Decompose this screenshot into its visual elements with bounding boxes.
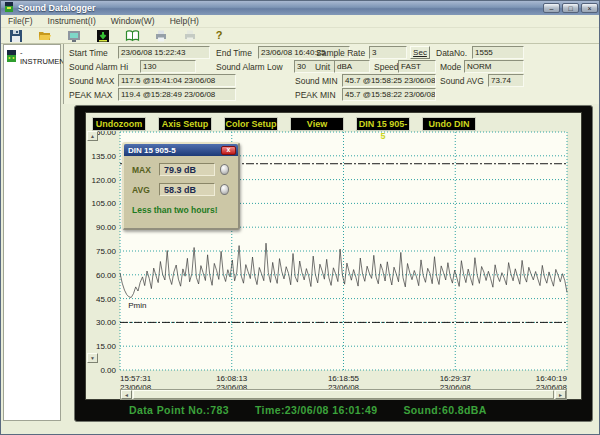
- status-sound: Sound:60.8dBA: [403, 404, 486, 416]
- app-window: Sound Datalogger – □ × File(F) Instrumen…: [0, 0, 600, 435]
- instrument-icon: [6, 50, 17, 64]
- chart-frame: Undozoom Axis Setup Color Setup View DIN…: [74, 105, 593, 422]
- window-title: Sound Datalogger: [18, 3, 543, 13]
- content-area: -INSTRUMENT Start Time 23/06/08 15:22:43…: [1, 44, 600, 435]
- svg-text:15:57:31: 15:57:31: [120, 374, 152, 383]
- menu-file[interactable]: File(F): [8, 16, 33, 26]
- sound-max-field: 117.5 @15:41:04 23/06/08: [118, 74, 236, 87]
- chart-toolbar: Undozoom Axis Setup Color Setup View DIN…: [92, 117, 476, 131]
- svg-text:75.00: 75.00: [96, 247, 117, 256]
- chart-status-bar: Data Point No.:783 Time:23/06/08 16:01:4…: [85, 404, 582, 416]
- axis-setup-button[interactable]: Axis Setup: [158, 117, 212, 131]
- help-icon[interactable]: ?: [209, 29, 229, 43]
- sample-rate-label: Sample Rate: [316, 48, 365, 58]
- din-max-indicator-led: [220, 164, 229, 175]
- svg-text:16:40:19: 16:40:19: [536, 374, 568, 383]
- x-scroll-right-button[interactable]: ►: [555, 390, 566, 399]
- din-15-905-5-button[interactable]: DIN 15 905-5: [356, 117, 410, 131]
- din-avg-indicator-led: [220, 184, 229, 195]
- mode-field: NORM: [464, 60, 524, 73]
- din-message: Less than two hours!: [132, 205, 232, 215]
- sound-alarm-hi-field: 130: [140, 60, 196, 73]
- peak-min-label: PEAK MIN: [295, 90, 336, 100]
- title-bar: Sound Datalogger – □ ×: [1, 1, 600, 15]
- start-time-field: 23/06/08 15:22:43: [118, 46, 210, 59]
- print-preview-icon[interactable]: [180, 29, 200, 43]
- x-scroll-left-button[interactable]: ◄: [121, 390, 132, 399]
- din-avg-label: AVG: [132, 185, 159, 195]
- din-dialog-title: DIN 15 905-5: [128, 146, 176, 155]
- data-no-field: 1555: [472, 46, 524, 59]
- din-dialog-titlebar[interactable]: DIN 15 905-5 x: [124, 144, 238, 156]
- chart-panel: Undozoom Axis Setup Color Setup View DIN…: [85, 112, 582, 400]
- peak-max-field: 119.4 @15:28:49 23/06/08: [118, 88, 236, 101]
- view-button[interactable]: View: [290, 117, 344, 131]
- sound-min-field: 45.7 @15:58:25 23/06/08: [342, 74, 436, 87]
- svg-text:135.00: 135.00: [92, 152, 117, 161]
- svg-text:16:18:55: 16:18:55: [328, 374, 360, 383]
- y-scroll-down-button[interactable]: ▼: [87, 353, 98, 363]
- save-icon[interactable]: [6, 29, 26, 43]
- view-book-icon[interactable]: [122, 29, 142, 43]
- svg-text:45.00: 45.00: [96, 295, 117, 304]
- x-scroll-thumb[interactable]: [133, 390, 554, 399]
- x-scrollbar: ◄ ►: [120, 389, 567, 400]
- sound-min-label: Sound MIN: [295, 76, 338, 86]
- color-setup-button[interactable]: Color Setup: [224, 117, 278, 131]
- sound-alarm-hi-label: Sound Alarm Hi: [69, 62, 128, 72]
- svg-text:16:29:37: 16:29:37: [440, 374, 472, 383]
- sound-avg-field: 73.74: [488, 74, 524, 87]
- mode-label: Mode: [440, 62, 461, 72]
- undozoom-button[interactable]: Undozoom: [92, 117, 146, 131]
- download-icon[interactable]: [93, 29, 113, 43]
- main-panel: Start Time 23/06/08 15:22:43 End Time 23…: [63, 44, 600, 435]
- minimize-button[interactable]: –: [543, 3, 560, 13]
- speed-label: Speed: [374, 62, 399, 72]
- svg-text:16:08:13: 16:08:13: [216, 374, 248, 383]
- menu-window[interactable]: Window(W): [111, 16, 155, 26]
- open-icon[interactable]: [35, 29, 55, 43]
- sidebar: -INSTRUMENT: [3, 44, 61, 421]
- menu-bar: File(F) Instrument(I) Window(W) Help(H): [1, 15, 600, 28]
- svg-text:90.00: 90.00: [96, 223, 117, 232]
- din-max-label: MAX: [132, 165, 159, 175]
- svg-text:60.00: 60.00: [96, 271, 117, 280]
- speed-field: FAST: [398, 60, 436, 73]
- status-time: Time:23/06/08 16:01:49: [255, 404, 377, 416]
- din-dialog: DIN 15 905-5 x MAX 79.9 dB AVG 58.3 dB: [122, 142, 240, 230]
- svg-text:30.00: 30.00: [96, 318, 117, 327]
- info-panel: Start Time 23/06/08 15:22:43 End Time 23…: [63, 44, 600, 104]
- end-time-label: End Time: [216, 48, 252, 58]
- sec-button[interactable]: Sec: [410, 46, 430, 59]
- app-icon: [4, 2, 14, 14]
- undo-din-button[interactable]: Undo DIN: [422, 117, 476, 131]
- menu-help[interactable]: Help(H): [170, 16, 199, 26]
- y-scroll-up-button[interactable]: ▲: [87, 131, 98, 141]
- svg-text:Pmin: Pmin: [128, 301, 146, 310]
- toolbar: ?: [1, 28, 600, 44]
- svg-text:0.00: 0.00: [100, 366, 116, 375]
- status-data-point: Data Point No.:783: [129, 404, 229, 416]
- datalogger-icon[interactable]: [64, 29, 84, 43]
- din-max-value: 79.9 dB: [159, 163, 215, 176]
- sound-avg-label: Sound AVG: [440, 76, 484, 86]
- sidebar-item-label: -INSTRUMENT: [20, 48, 69, 66]
- maximize-button[interactable]: □: [562, 3, 579, 13]
- close-button[interactable]: ×: [581, 3, 598, 13]
- din-close-button[interactable]: x: [221, 146, 236, 155]
- din-avg-row: AVG 58.3 dB: [132, 183, 232, 196]
- start-time-label: Start Time: [69, 48, 108, 58]
- print-icon[interactable]: [151, 29, 171, 43]
- peak-min-field: 45.7 @15:58:22 23/06/08: [342, 88, 436, 101]
- peak-max-label: PEAK MAX: [69, 90, 112, 100]
- sample-rate-field: 3: [369, 46, 407, 59]
- data-no-label: DataNo.: [436, 48, 467, 58]
- unit-label: Unit: [315, 62, 330, 72]
- din-max-row: MAX 79.9 dB: [132, 163, 232, 176]
- sidebar-item-instrument[interactable]: -INSTRUMENT: [4, 45, 60, 69]
- menu-instrument[interactable]: Instrument(I): [48, 16, 96, 26]
- window-controls: – □ ×: [543, 3, 598, 13]
- unit-field: dBA: [334, 60, 370, 73]
- svg-text:15.00: 15.00: [96, 342, 117, 351]
- din-avg-value: 58.3 dB: [159, 183, 215, 196]
